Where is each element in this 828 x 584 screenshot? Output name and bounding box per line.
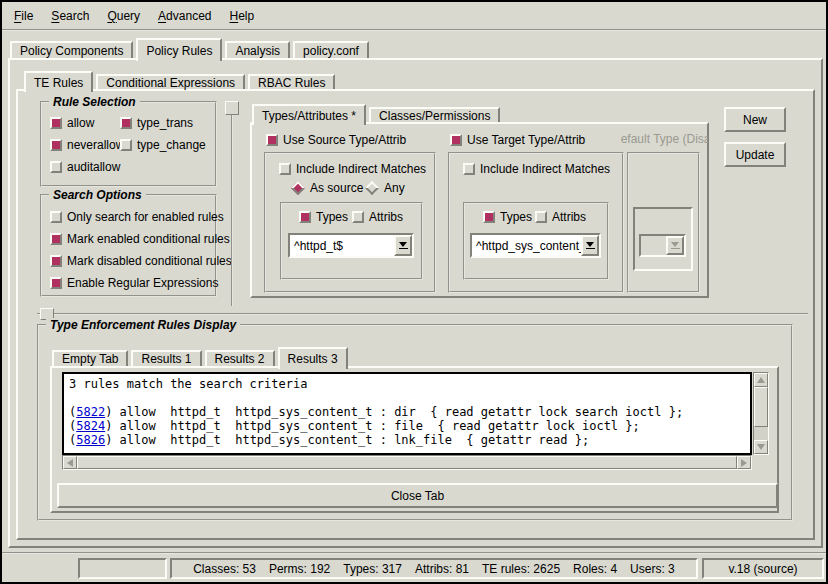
checkbox-indicator	[50, 139, 62, 151]
tab-results-2[interactable]: Results 2	[205, 350, 275, 366]
tab-label: TE Rules	[34, 76, 83, 90]
status-version-box: v.18 (source)	[702, 558, 824, 579]
checkbox-indicator	[483, 211, 495, 223]
results-vertical-scrollbar[interactable]	[753, 372, 769, 455]
scroll-right-icon[interactable]	[737, 456, 751, 469]
tab-te-rules[interactable]: TE Rules	[24, 71, 93, 92]
checkbox-neverallow[interactable]: neverallow	[50, 137, 124, 153]
tab-label: Classes/Permissions	[379, 109, 490, 123]
checkbox-label: neverallow	[67, 138, 124, 152]
target-type-combo-value: ^httpd_sys_content_t$	[472, 239, 581, 253]
checkbox-indicator	[299, 211, 311, 223]
checkbox-mark-enabled-conditional[interactable]: Mark enabled conditional rules	[50, 231, 230, 247]
tab-classes-permissions[interactable]: Classes/Permissions	[369, 107, 500, 122]
menu-file[interactable]: File	[9, 7, 38, 25]
source-type-combo[interactable]: ^httpd_t$	[288, 233, 414, 258]
horizontal-sash-line	[37, 313, 808, 315]
checkbox-indicator	[50, 255, 62, 267]
checkbox-mark-disabled-conditional[interactable]: Mark disabled conditional rules	[50, 253, 232, 269]
tab-label: Results 1	[141, 352, 191, 366]
checkbox-enable-regex[interactable]: Enable Regular Expressions	[50, 275, 218, 291]
results-text[interactable]: 3 rules match the search criteria (5822)…	[62, 372, 752, 455]
vertical-sash-grip[interactable]	[225, 101, 239, 115]
checkbox-target-indirect[interactable]: Include Indirect Matches	[463, 161, 610, 177]
menu-help[interactable]: Help	[224, 7, 259, 25]
checkbox-label: Attribs	[369, 210, 403, 224]
rule-line-number-link[interactable]: 5822	[76, 405, 105, 419]
results-tab-bar: Empty Tab Results 1 Results 2 Results 3	[52, 346, 351, 366]
tab-types-attributes[interactable]: Types/Attributes *	[252, 104, 366, 125]
status-stat-item: Roles: 4	[573, 562, 617, 576]
checkbox-type-trans[interactable]: type_trans	[120, 115, 193, 131]
radio-indicator	[291, 181, 305, 195]
checkbox-type-change[interactable]: type_change	[120, 137, 206, 153]
tab-analysis[interactable]: Analysis	[225, 41, 290, 58]
checkbox-indicator	[50, 277, 62, 289]
checkbox-label: Mark enabled conditional rules	[67, 232, 230, 246]
search-options-frame: Search Options Only search for enabled r…	[40, 194, 217, 297]
scroll-up-icon[interactable]	[754, 373, 768, 387]
radio-any[interactable]: Any	[365, 180, 405, 196]
vertical-scroll-thumb[interactable]	[754, 387, 768, 427]
checkbox-only-enabled-rules[interactable]: Only search for enabled rules	[50, 209, 224, 225]
radio-label: Any	[384, 181, 405, 195]
tab-label: Empty Tab	[62, 352, 118, 366]
dropdown-arrow-icon[interactable]	[581, 235, 599, 256]
menu-query[interactable]: Query	[102, 7, 145, 25]
checkbox-auditallow[interactable]: auditallow	[50, 159, 120, 175]
policy-version-label: v.18 (source)	[728, 562, 797, 576]
checkbox-label: Attribs	[552, 210, 586, 224]
checkbox-indicator	[266, 134, 278, 146]
scroll-trough[interactable]	[754, 427, 768, 440]
checkbox-source-types[interactable]: Types	[299, 209, 348, 225]
menu-search[interactable]: Search	[46, 7, 94, 25]
default-type-label-clip: Default Type (Disabled)	[621, 132, 708, 148]
tab-label: Conditional Expressions	[106, 76, 235, 90]
tab-results-1[interactable]: Results 1	[131, 350, 201, 366]
update-button[interactable]: Update	[724, 142, 786, 167]
checkbox-use-target-type[interactable]: Use Target Type/Attrib	[450, 132, 585, 148]
source-type-combo-value: ^httpd_t$	[290, 239, 394, 253]
scroll-left-icon[interactable]	[63, 456, 77, 469]
checkbox-source-attribs[interactable]: Attribs	[352, 209, 403, 225]
tab-conditional-expressions[interactable]: Conditional Expressions	[96, 74, 245, 89]
rule-line-number-link[interactable]: 5826	[76, 433, 105, 447]
tab-results-3[interactable]: Results 3	[278, 347, 348, 369]
status-stat-item: TE rules: 2625	[482, 562, 560, 576]
status-stats-box: Classes: 53Perms: 192Types: 317Attribs: …	[170, 558, 698, 579]
horizontal-scroll-thumb[interactable]	[77, 456, 737, 469]
checkbox-indicator	[50, 233, 62, 245]
tab-policy-rules[interactable]: Policy Rules	[136, 38, 222, 61]
tab-rbac-rules[interactable]: RBAC Rules	[248, 74, 335, 89]
status-stat-item: Classes: 53	[193, 562, 256, 576]
checkbox-indicator	[535, 211, 547, 223]
scroll-down-icon[interactable]	[754, 440, 768, 454]
button-label: Update	[736, 148, 775, 162]
checkbox-allow[interactable]: allow	[50, 115, 94, 131]
dropdown-arrow-icon[interactable]	[394, 235, 412, 256]
rule-line-number-link[interactable]: 5824	[76, 419, 105, 433]
checkbox-target-attribs[interactable]: Attribs	[535, 209, 586, 225]
checkbox-indicator	[50, 117, 62, 129]
results-line: (5826) allow httpd_t httpd_sys_content_t…	[69, 433, 745, 447]
checkbox-label: Mark disabled conditional rules	[67, 254, 232, 268]
tab-policy-components[interactable]: Policy Components	[10, 41, 133, 58]
default-type-label: Default Type (Disabled)	[621, 132, 708, 146]
results-line: (5824) allow httpd_t httpd_sys_content_t…	[69, 419, 745, 433]
checkbox-label: type_change	[137, 138, 206, 152]
results-horizontal-scrollbar[interactable]	[62, 455, 752, 470]
checkbox-source-indirect[interactable]: Include Indirect Matches	[279, 161, 426, 177]
tab-empty-tab[interactable]: Empty Tab	[52, 350, 128, 366]
close-tab-button[interactable]: Close Tab	[57, 483, 778, 508]
radio-indicator	[365, 181, 379, 195]
checkbox-label: Use Target Type/Attrib	[467, 133, 585, 147]
checkbox-use-source-type[interactable]: Use Source Type/Attrib	[266, 132, 406, 148]
menu-advanced[interactable]: Advanced	[153, 7, 216, 25]
tab-label: Analysis	[235, 44, 280, 58]
new-button[interactable]: New	[724, 107, 786, 132]
radio-as-source[interactable]: As source	[291, 180, 363, 196]
tab-policy-conf[interactable]: policy.conf	[293, 41, 369, 58]
target-type-combo[interactable]: ^httpd_sys_content_t$	[470, 233, 601, 258]
results-line	[69, 391, 745, 405]
checkbox-target-types[interactable]: Types	[483, 209, 532, 225]
